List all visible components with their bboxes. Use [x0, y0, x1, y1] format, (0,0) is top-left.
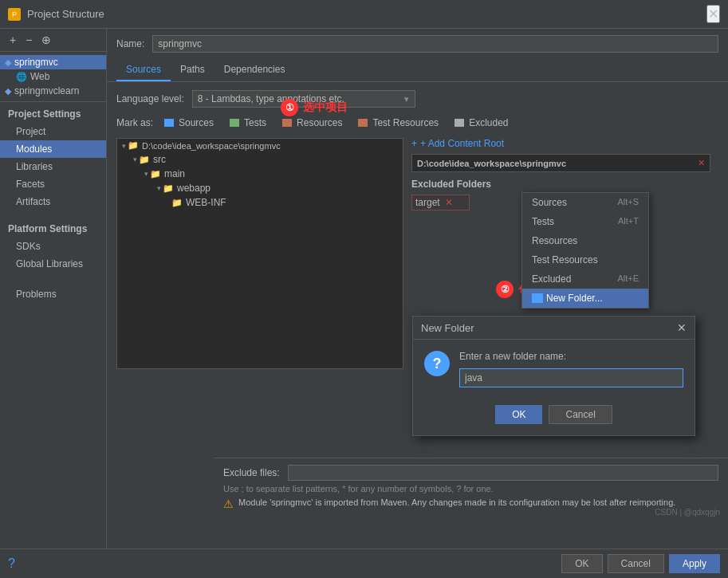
- main-folder-icon: 📁: [150, 169, 161, 179]
- warning-icon: ⚠: [223, 497, 234, 510]
- tree-item-web[interactable]: 🌐 Web: [0, 69, 106, 84]
- nav-item-artifacts[interactable]: Artifacts: [0, 193, 106, 210]
- nav-item-project[interactable]: Project: [0, 123, 106, 140]
- new-folder-icon: [532, 293, 543, 303]
- tree-main[interactable]: ▾ 📁 main: [117, 167, 403, 181]
- mark-resources-button[interactable]: Resources: [277, 116, 347, 130]
- tests-folder-icon: [230, 119, 239, 127]
- tab-paths[interactable]: Paths: [171, 59, 214, 81]
- mark-tests-button[interactable]: Tests: [225, 116, 271, 130]
- add-content-root-button[interactable]: + + Add Content Root: [411, 138, 710, 149]
- src-folder-icon: 📁: [139, 155, 150, 165]
- excluded-folder-icon: [455, 119, 464, 127]
- tree-item-springmvc[interactable]: ◆ springmvc: [0, 55, 106, 69]
- project-settings-label: Project Settings: [0, 102, 106, 123]
- name-row: Name:: [107, 29, 728, 59]
- nav-item-modules[interactable]: Modules: [0, 140, 106, 158]
- exclude-files-row: Exclude files:: [223, 465, 718, 481]
- cancel-button[interactable]: Cancel: [608, 554, 664, 573]
- remove-excluded-button[interactable]: ✕: [445, 197, 453, 208]
- left-nav: Project Settings Project Modules Librari…: [0, 102, 106, 303]
- window-title: Project Structure: [27, 8, 104, 20]
- module-icon: ◆: [5, 57, 11, 68]
- dialog-cancel-button[interactable]: Cancel: [549, 405, 612, 424]
- webapp-folder-icon: 📁: [163, 183, 174, 194]
- ctx-sources[interactable]: Sources Alt+S: [522, 193, 648, 212]
- nav-item-libraries[interactable]: Libraries: [0, 158, 106, 175]
- footer-buttons: ? OK Cancel Apply: [0, 549, 728, 578]
- add-module-button[interactable]: +: [6, 32, 19, 48]
- right-content: Name: Sources Paths Dependencies Languag…: [107, 29, 728, 549]
- root-path-text: D:\code\idea_workspace\springmvc: [417, 159, 566, 168]
- step1-label: 选中项目: [303, 100, 348, 115]
- webinf-folder-icon: 📁: [171, 198, 183, 208]
- root-path-label: D:\code\idea_workspace\springmvc: [142, 141, 281, 151]
- hint-text: Use ; to separate list patterns, * for a…: [223, 484, 718, 493]
- mark-excluded-button[interactable]: Excluded: [450, 116, 513, 130]
- sources-folder-icon: [164, 119, 174, 127]
- tree-item-label: Web: [30, 71, 49, 82]
- nav-item-facets[interactable]: Facets: [0, 175, 106, 193]
- module-icon2: ◆: [5, 86, 11, 96]
- window-close-button[interactable]: ✕: [706, 5, 720, 23]
- warning-text: Module 'springmvc' is imported from Mave…: [238, 497, 675, 509]
- nav-item-problems[interactable]: Problems: [0, 285, 106, 303]
- mark-as-label: Mark as:: [116, 117, 153, 128]
- bottom-section: Exclude files: Use ; to separate list pa…: [214, 458, 728, 517]
- ctx-resources[interactable]: Resources: [522, 231, 648, 250]
- tabs-bar: Sources Paths Dependencies: [107, 59, 728, 82]
- tree-item-springmvclearn[interactable]: ◆ springmvclearn: [0, 84, 106, 98]
- dialog-ok-button[interactable]: OK: [495, 405, 542, 424]
- tab-sources[interactable]: Sources: [116, 59, 171, 81]
- tree-root[interactable]: ▾ 📁 D:\code\idea_workspace\springmvc: [117, 139, 403, 152]
- tree-webinf[interactable]: 📁 WEB-INF: [117, 195, 403, 210]
- project-structure-window: P Project Structure ✕ + − ⊕ ◆ springmvc …: [0, 0, 728, 578]
- dialog-close-button[interactable]: ✕: [677, 321, 687, 334]
- title-bar-left: P Project Structure: [8, 8, 104, 21]
- main-label: main: [164, 168, 185, 179]
- help-button[interactable]: ?: [8, 556, 15, 571]
- step2-circle: ②: [496, 281, 514, 298]
- dialog-title: New Folder: [421, 322, 474, 334]
- root-folder-icon: 📁: [128, 140, 139, 151]
- tree-webapp[interactable]: ▾ 📁 webapp: [117, 181, 403, 195]
- resources-folder-icon: [282, 119, 292, 127]
- tree-root-arrow: ▾: [122, 142, 126, 150]
- new-folder-input[interactable]: [459, 368, 683, 387]
- remove-root-button[interactable]: ✕: [698, 158, 705, 168]
- copy-module-button[interactable]: ⊕: [38, 32, 54, 48]
- language-level-row: Language level: 8 - Lambdas, type annota…: [116, 90, 718, 108]
- dialog-body: ? Enter a new folder name:: [413, 340, 695, 399]
- sources-file-tree[interactable]: ▾ 📁 D:\code\idea_workspace\springmvc ▾ 📁…: [116, 138, 403, 369]
- exclude-files-input[interactable]: [288, 465, 718, 481]
- excluded-folder-name: target ✕: [411, 195, 470, 210]
- mark-sources-button[interactable]: Sources: [159, 116, 218, 130]
- tree-item-label: springmvclearn: [14, 85, 79, 96]
- tree-src[interactable]: ▾ 📁 src: [117, 152, 403, 167]
- main-content: + − ⊕ ◆ springmvc 🌐 Web ◆ springmvclearn: [0, 29, 728, 549]
- context-menu: Sources Alt+S Tests Alt+T Resources Test…: [521, 192, 649, 309]
- src-arrow: ▾: [133, 155, 137, 163]
- tab-dependencies[interactable]: Dependencies: [214, 59, 295, 81]
- annotation-select-item: ① 选中项目: [281, 99, 348, 116]
- ctx-test-resources[interactable]: Test Resources: [522, 250, 648, 269]
- project-icon: P: [8, 8, 21, 21]
- remove-module-button[interactable]: −: [22, 32, 35, 48]
- nav-item-sdks[interactable]: SDKs: [0, 238, 106, 255]
- title-bar: P Project Structure ✕: [0, 0, 728, 29]
- platform-settings-label: Platform Settings: [0, 217, 106, 238]
- ok-button[interactable]: OK: [561, 554, 602, 573]
- mark-test-resources-button[interactable]: Test Resources: [353, 116, 443, 130]
- name-input[interactable]: [152, 35, 718, 53]
- dialog-title-bar: New Folder ✕: [413, 317, 695, 340]
- ctx-new-folder[interactable]: New Folder...: [522, 289, 648, 308]
- name-label: Name:: [116, 38, 144, 49]
- dialog-right: Enter a new folder name:: [459, 351, 683, 387]
- webapp-arrow: ▾: [157, 184, 161, 192]
- ctx-tests[interactable]: Tests Alt+T: [522, 212, 648, 231]
- apply-button[interactable]: Apply: [669, 554, 720, 573]
- nav-item-global-libraries[interactable]: Global Libraries: [0, 255, 106, 273]
- ctx-excluded[interactable]: Excluded Alt+E: [522, 269, 648, 289]
- tree-item-label: springmvc: [14, 57, 58, 68]
- language-level-label: Language level:: [116, 93, 184, 104]
